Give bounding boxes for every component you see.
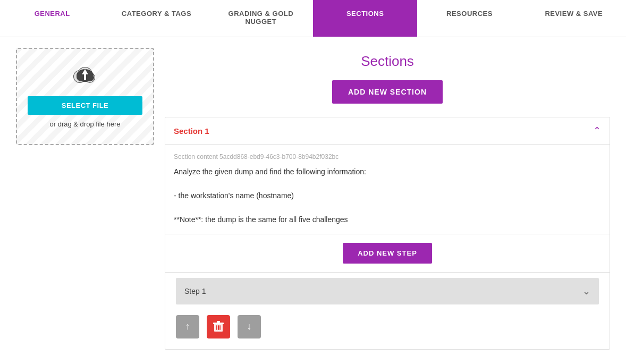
upload-panel: SELECT FILE or drag & drop file here: [16, 48, 154, 360]
add-section-container: ADD NEW SECTION: [165, 80, 610, 104]
action-row-2: ↓: [238, 315, 261, 344]
tab-sections[interactable]: SECTIONS: [313, 0, 417, 37]
move-down-button[interactable]: ↓: [238, 315, 261, 338]
upload-icon: [28, 65, 142, 91]
delete-button[interactable]: [207, 315, 230, 338]
section-body: Section content 5acdd868-ebd9-46c3-b700-…: [165, 145, 610, 234]
drag-drop-label: or drag & drop file here: [28, 120, 142, 128]
svg-rect-14: [218, 325, 219, 330]
page-title: Sections: [165, 53, 610, 70]
svg-rect-15: [219, 325, 221, 330]
svg-rect-11: [213, 323, 224, 324]
add-step-container: ADD NEW STEP: [165, 234, 610, 273]
step-1-label: Step 1: [184, 287, 206, 295]
section-title: Section 1: [174, 126, 209, 136]
svg-point-8: [86, 74, 94, 81]
section-card: Section 1 ⌃ Section content 5acdd868-ebd…: [165, 117, 610, 350]
action-row-1: ↑: [176, 315, 230, 338]
tab-general[interactable]: GENERAL: [0, 0, 104, 37]
tab-category-tags[interactable]: CATEGORY & TAGS: [104, 0, 208, 37]
section-text: Analyze the given dump and find the foll…: [174, 166, 601, 225]
tab-resources[interactable]: RESOURCES: [417, 0, 521, 37]
add-new-step-button[interactable]: ADD NEW STEP: [343, 243, 432, 264]
move-up-button[interactable]: ↑: [176, 315, 199, 338]
section-content-id: Section content 5acdd868-ebd9-46c3-b700-…: [174, 153, 601, 160]
main-content: SELECT FILE or drag & drop file here Sec…: [0, 37, 626, 364]
select-file-button[interactable]: SELECT FILE: [28, 96, 142, 115]
step-1-dropdown[interactable]: Step 1 ⌄: [176, 278, 599, 304]
svg-rect-13: [216, 325, 217, 330]
section-header: Section 1 ⌃: [165, 117, 610, 145]
collapse-button[interactable]: ⌃: [593, 125, 601, 137]
svg-rect-12: [217, 321, 220, 323]
upload-dropzone[interactable]: SELECT FILE or drag & drop file here: [16, 48, 154, 145]
action-buttons-area: ↑ ↓: [165, 310, 610, 349]
tab-grading-gold-nugget[interactable]: GRADING & GOLD NUGGET: [209, 0, 313, 37]
top-navigation: GENERAL CATEGORY & TAGS GRADING & GOLD N…: [0, 0, 626, 37]
tab-review-save[interactable]: REVIEW & SAVE: [522, 0, 626, 37]
sections-panel: Sections ADD NEW SECTION Section 1 ⌃ Sec…: [165, 48, 610, 360]
chevron-down-icon: ⌄: [582, 285, 590, 297]
add-new-section-button[interactable]: ADD NEW SECTION: [332, 80, 443, 104]
